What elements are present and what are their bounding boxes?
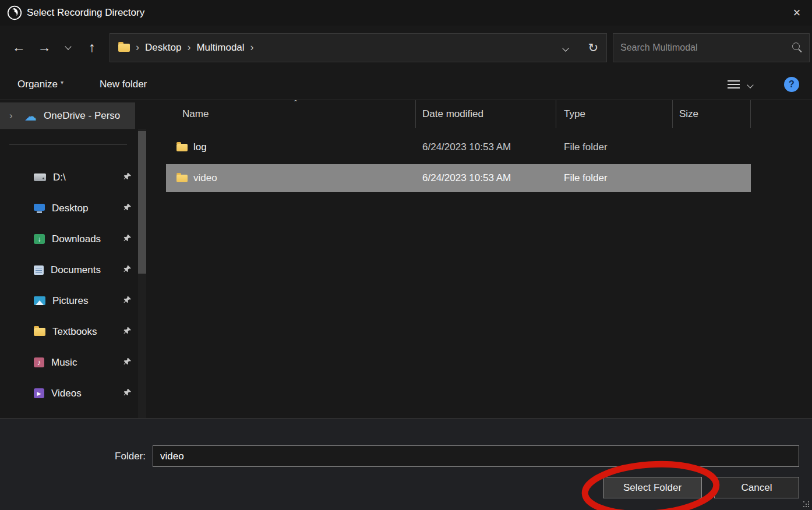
breadcrumb-separator[interactable]: › bbox=[135, 41, 140, 54]
file-row-log[interactable]: log 6/24/2023 10:53 AM File folder bbox=[166, 133, 751, 161]
folder-name-input[interactable] bbox=[153, 445, 799, 467]
desktop-icon bbox=[34, 204, 45, 211]
view-details-icon[interactable] bbox=[728, 80, 740, 89]
breadcrumb-separator[interactable]: › bbox=[250, 41, 255, 54]
sidebar-item-label: OneDrive - Perso bbox=[44, 110, 120, 122]
file-date-modified: 6/24/2023 10:53 AM bbox=[416, 172, 556, 184]
folder-icon bbox=[176, 175, 188, 182]
sidebar-item-label: Desktop bbox=[52, 203, 88, 214]
sidebar-item-label: Downloads bbox=[52, 233, 101, 245]
pin-icon bbox=[123, 295, 132, 307]
file-type: File folder bbox=[556, 141, 673, 153]
sort-ascending-icon: ˆ bbox=[294, 98, 297, 108]
forward-button[interactable]: → bbox=[31, 35, 57, 61]
pin-icon bbox=[123, 388, 132, 399]
sidebar-item-textbooks[interactable]: Textbooks bbox=[0, 316, 151, 347]
new-folder-button[interactable]: New folder bbox=[100, 79, 147, 90]
sidebar-item-label: Pictures bbox=[52, 295, 88, 307]
sidebar-item-label: D:\ bbox=[53, 172, 66, 183]
sidebar-item-videos[interactable]: ▶ Videos bbox=[0, 378, 151, 409]
search-icon[interactable] bbox=[792, 42, 802, 52]
resize-grip[interactable] bbox=[803, 501, 810, 508]
dialog-content: › ☁ OneDrive - Perso D:\ Desktop ↓ Downl… bbox=[0, 100, 812, 418]
navigation-toolbar: ← → ↑ › Desktop › Multimodal › ↻ bbox=[0, 26, 812, 69]
documents-icon bbox=[34, 265, 44, 275]
sidebar-item-label: Videos bbox=[51, 388, 82, 399]
pin-icon bbox=[123, 172, 132, 183]
help-button[interactable]: ? bbox=[784, 77, 799, 92]
command-bar: Organize ▾ New folder ? bbox=[0, 69, 812, 100]
caret-down-icon: ▾ bbox=[61, 79, 63, 86]
organize-button[interactable]: Organize ▾ bbox=[17, 79, 63, 90]
navigation-pane: › ☁ OneDrive - Perso D:\ Desktop ↓ Downl… bbox=[0, 100, 151, 418]
select-folder-button[interactable]: Select Folder bbox=[603, 477, 702, 498]
back-button[interactable]: ← bbox=[6, 35, 31, 61]
sidebar-item-onedrive[interactable]: › ☁ OneDrive - Perso bbox=[0, 102, 135, 129]
file-name: log bbox=[193, 141, 207, 153]
breadcrumb-item-desktop[interactable]: Desktop bbox=[145, 42, 181, 54]
scrollbar-track[interactable] bbox=[138, 129, 146, 418]
pin-icon bbox=[123, 357, 132, 369]
folder-icon bbox=[176, 144, 188, 151]
sidebar-item-pictures[interactable]: Pictures bbox=[0, 285, 151, 316]
videos-icon: ▶ bbox=[34, 388, 44, 398]
sidebar-item-d-drive[interactable]: D:\ bbox=[0, 162, 151, 193]
pictures-icon bbox=[34, 296, 45, 305]
column-header-type[interactable]: Type bbox=[556, 100, 673, 128]
sidebar-item-label: Music bbox=[51, 357, 77, 369]
dialog-footer: Folder: Select Folder Cancel bbox=[0, 418, 812, 510]
column-header-date-modified[interactable]: Date modified bbox=[416, 100, 556, 128]
search-input[interactable] bbox=[620, 42, 792, 53]
file-list: ˆ Name Date modified Type Size log 6/24/… bbox=[151, 100, 812, 418]
sidebar-item-desktop[interactable]: Desktop bbox=[0, 193, 151, 224]
title-bar: Select Recording Directory × bbox=[0, 0, 812, 26]
pin-icon bbox=[123, 233, 132, 245]
sidebar-item-label: Documents bbox=[51, 264, 101, 276]
file-type: File folder bbox=[556, 172, 673, 184]
scrollbar-thumb[interactable] bbox=[138, 131, 146, 274]
pin-icon bbox=[123, 264, 132, 276]
folder-label: Folder: bbox=[87, 451, 153, 462]
column-header-size[interactable]: Size bbox=[673, 100, 751, 128]
close-icon[interactable]: × bbox=[789, 5, 805, 21]
expand-chevron-icon[interactable]: › bbox=[9, 110, 13, 122]
breadcrumb-separator[interactable]: › bbox=[186, 41, 191, 54]
music-icon: ♪ bbox=[34, 357, 44, 367]
file-row-video-selected[interactable]: video 6/24/2023 10:53 AM File folder bbox=[166, 164, 751, 192]
sidebar-item-downloads[interactable]: ↓ Downloads bbox=[0, 224, 151, 254]
onedrive-cloud-icon: ☁ bbox=[24, 110, 37, 122]
refresh-button[interactable]: ↻ bbox=[588, 41, 598, 55]
chevron-down-icon bbox=[563, 45, 569, 51]
view-options-dropdown[interactable] bbox=[748, 79, 753, 90]
breadcrumb-item-multimodal[interactable]: Multimodal bbox=[196, 42, 244, 54]
window-title: Select Recording Directory bbox=[27, 7, 144, 19]
cancel-button[interactable]: Cancel bbox=[714, 477, 799, 498]
downloads-icon: ↓ bbox=[34, 234, 45, 244]
search-box[interactable] bbox=[613, 33, 810, 62]
file-date-modified: 6/24/2023 10:53 AM bbox=[416, 141, 556, 153]
organize-label: Organize bbox=[17, 79, 58, 90]
chevron-down-icon bbox=[65, 43, 71, 49]
address-bar[interactable]: › Desktop › Multimodal › ↻ bbox=[110, 33, 607, 62]
up-button[interactable]: ↑ bbox=[79, 35, 105, 61]
address-dropdown-button[interactable] bbox=[563, 42, 568, 53]
drive-icon bbox=[34, 173, 46, 181]
sidebar-divider bbox=[9, 144, 127, 145]
sidebar-item-documents[interactable]: Documents bbox=[0, 254, 151, 285]
pin-icon bbox=[123, 203, 132, 214]
sidebar-item-music[interactable]: ♪ Music bbox=[0, 347, 151, 378]
file-list-header: ˆ Name Date modified Type Size bbox=[151, 100, 812, 128]
obs-logo-icon bbox=[7, 5, 22, 20]
pin-icon bbox=[123, 326, 132, 338]
sidebar-item-label: Textbooks bbox=[52, 326, 97, 338]
folder-icon bbox=[34, 328, 45, 336]
recent-locations-button[interactable] bbox=[57, 35, 79, 61]
file-name: video bbox=[193, 172, 217, 184]
chevron-down-icon bbox=[747, 82, 753, 88]
column-header-name[interactable]: Name bbox=[151, 100, 416, 128]
breadcrumb-folder-icon[interactable] bbox=[118, 44, 130, 52]
